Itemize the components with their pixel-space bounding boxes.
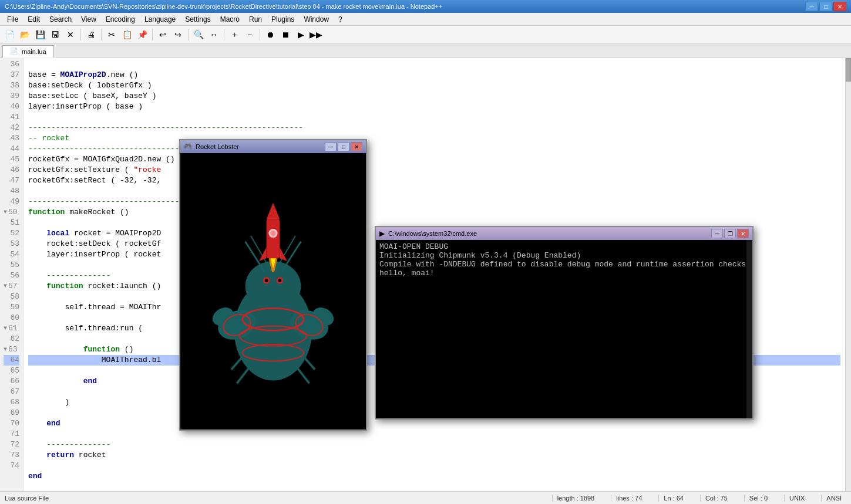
menu-run[interactable]: Run	[244, 13, 267, 25]
tab-icon: 📄	[10, 48, 18, 55]
window-controls: ─ □ ✕	[805, 2, 846, 11]
ln-67: 67	[4, 387, 19, 397]
zoom-out-btn[interactable]: −	[243, 28, 257, 42]
zoom-in-btn[interactable]: +	[227, 28, 241, 42]
svg-point-21	[265, 279, 268, 282]
line-numbers: 36 37 38 39 40 41 42 43 44 45 46 47 48 4…	[0, 58, 23, 491]
ln-56: 56	[4, 270, 19, 281]
line-69: end	[28, 419, 60, 428]
line-52: local rocket = MOAIProp2D	[28, 229, 161, 238]
ln-51: 51	[4, 218, 19, 228]
ln-66: 66	[4, 376, 19, 387]
rocket-window-controls: ─ □ ✕	[325, 142, 362, 151]
macro-rec-btn[interactable]: ⏺	[263, 28, 277, 42]
sep2	[101, 29, 102, 40]
cut-btn[interactable]: ✂	[105, 28, 119, 42]
ln-45: 45	[4, 154, 19, 165]
menu-view[interactable]: View	[76, 13, 101, 25]
vertical-scrollbar[interactable]	[845, 58, 851, 491]
ln-59: 59	[4, 302, 19, 313]
macro-play-btn[interactable]: ▶	[294, 28, 308, 42]
menu-edit[interactable]: Edit	[23, 13, 45, 25]
close-button[interactable]: ✕	[833, 2, 846, 11]
line-65: end	[28, 377, 97, 385]
line-72: return rocket	[28, 451, 106, 459]
ln-65: 65	[4, 366, 19, 376]
ln-52: 52	[4, 228, 19, 239]
tab-main-lua[interactable]: 📄 main.lua	[2, 45, 54, 57]
copy-btn[interactable]: 📋	[120, 28, 134, 42]
menu-search[interactable]: Search	[45, 13, 76, 25]
cmd-title: C:\windows\system32\cmd.exe	[388, 230, 711, 237]
line-50: function makeRocket ()	[28, 208, 129, 217]
menu-file[interactable]: File	[2, 13, 23, 25]
rocket-maximize-btn[interactable]: □	[338, 142, 349, 151]
line-47: rocketGfx:setRect ( -32, -32,	[28, 176, 161, 185]
ln-53: 53	[4, 239, 19, 249]
sep5	[224, 29, 224, 40]
cmd-minimize-btn[interactable]: ─	[711, 229, 723, 238]
macro-stop-btn[interactable]: ⏹	[278, 28, 292, 42]
ln-74: 74	[4, 461, 19, 471]
length-status: length : 1898	[552, 495, 600, 502]
cmd-restore-btn[interactable]: ❐	[724, 229, 736, 238]
ln-36: 36	[4, 59, 19, 70]
cmd-scrollbar[interactable]	[746, 240, 752, 418]
ln-58: 58	[4, 292, 19, 302]
line-45: rocketGfx = MOAIGfxQuad2D.new ()	[28, 155, 175, 164]
svg-rect-23	[267, 219, 280, 258]
print-btn[interactable]: 🖨	[84, 28, 98, 42]
menu-encoding[interactable]: Encoding	[101, 13, 140, 25]
ln-57: ▼57	[4, 281, 19, 292]
save-btn[interactable]: 💾	[33, 28, 47, 42]
cmd-window[interactable]: ▶ C:\windows\system32\cmd.exe ─ ❐ ✕ MOAI…	[375, 226, 754, 420]
menu-plugins[interactable]: Plugins	[267, 13, 299, 25]
line-46: rocketGfx:setTexture ( "rocke	[28, 165, 161, 174]
menu-macro[interactable]: Macro	[216, 13, 244, 25]
paste-btn[interactable]: 📌	[135, 28, 149, 42]
close-btn2[interactable]: ✕	[63, 28, 78, 42]
cmd-line-5: hello, moai!	[379, 269, 749, 278]
line-63: function ()	[28, 345, 133, 354]
line-71: --------------	[28, 440, 110, 449]
menu-help[interactable]: ?	[334, 13, 347, 25]
menu-language[interactable]: Language	[140, 13, 180, 25]
find-btn[interactable]: 🔍	[191, 28, 206, 42]
ln-62: 62	[4, 334, 19, 344]
line-39: base:setLoc ( baseX, baseY )	[28, 92, 156, 100]
cmd-output: MOAI-OPEN DEBUG Initializing Chipmunk v5…	[376, 240, 752, 418]
cmd-close-btn[interactable]: ✕	[737, 229, 749, 238]
minimize-button[interactable]: ─	[805, 2, 818, 11]
rocket-close-btn[interactable]: ✕	[351, 142, 362, 151]
open-btn[interactable]: 📂	[18, 28, 32, 42]
tab-bar: 📄 main.lua	[0, 43, 851, 57]
sep4	[188, 29, 189, 40]
line-74: end	[28, 472, 42, 481]
save-all-btn[interactable]: 🖫	[48, 28, 62, 42]
ln-68: 68	[4, 397, 19, 408]
ln-47: 47	[4, 175, 19, 186]
line-56: --------------	[28, 271, 110, 280]
new-btn[interactable]: 📄	[2, 28, 16, 42]
window-title: C:\Users\Zipline-Andy\Documents\SVN-Repo…	[5, 3, 805, 10]
ln-44: 44	[4, 144, 19, 154]
replace-btn[interactable]: ↔	[207, 28, 221, 42]
undo-btn[interactable]: ↩	[156, 28, 170, 42]
menu-window[interactable]: Window	[299, 13, 334, 25]
tab-label: main.lua	[22, 48, 46, 55]
scrollbar-thumb[interactable]	[846, 58, 851, 82]
maximize-button[interactable]: □	[819, 2, 832, 11]
ln-60: 60	[4, 313, 19, 323]
ln-40: 40	[4, 102, 19, 112]
rocket-window-icon: 🎮	[184, 143, 192, 151]
cmd-controls: ─ ❐ ✕	[711, 229, 749, 238]
lines-status: lines : 74	[611, 495, 647, 502]
rocket-lobster-window[interactable]: 🎮 Rocket Lobster ─ □ ✕	[179, 139, 367, 431]
svg-marker-26	[280, 247, 287, 261]
redo-btn[interactable]: ↪	[171, 28, 185, 42]
status-bar: Lua source File length : 1898 lines : 74…	[0, 491, 851, 504]
rocket-minimize-btn[interactable]: ─	[325, 142, 337, 151]
line-37: base = MOAIProp2D.new ()	[28, 70, 138, 79]
run-btn[interactable]: ▶▶	[309, 28, 323, 42]
menu-settings[interactable]: Settings	[180, 13, 215, 25]
